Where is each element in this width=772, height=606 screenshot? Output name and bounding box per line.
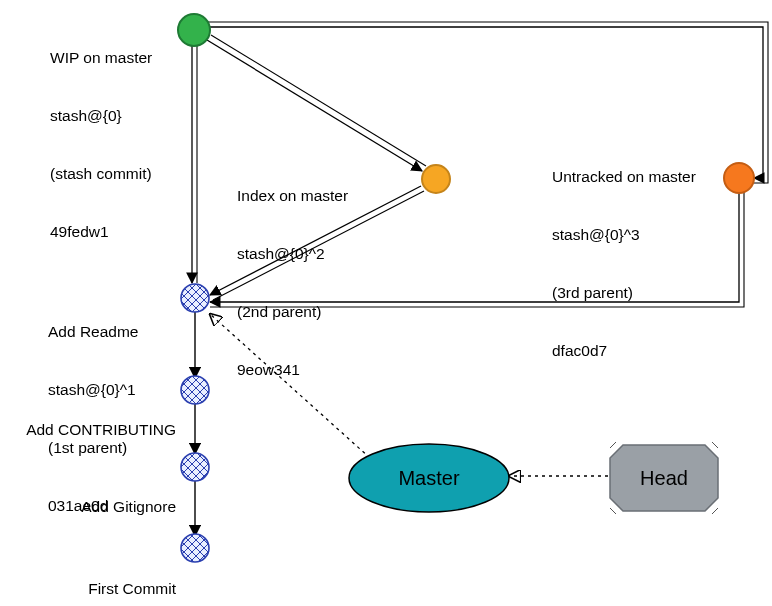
label-gitignore: Add Gitignore — [24, 458, 176, 536]
svg-line-12 — [610, 508, 616, 514]
label-wip: WIP on master stash@{0} (stash commit) 4… — [50, 9, 152, 261]
ref-master-label: Master — [398, 467, 459, 489]
label-contrib: Add CONTRIBUTING — [24, 381, 176, 459]
node-contrib — [181, 376, 209, 404]
node-wip — [178, 14, 210, 46]
label-untracked: Untracked on master stash@{0}^3 (3rd par… — [552, 128, 696, 380]
node-first — [181, 534, 209, 562]
edge-wip-to-readme — [192, 46, 197, 283]
svg-line-10 — [712, 442, 718, 448]
node-readme — [181, 284, 209, 312]
label-index: Index on master stash@{0}^2 (2nd parent)… — [237, 147, 348, 399]
svg-line-9 — [610, 442, 616, 448]
label-first: First Commit — [24, 540, 176, 606]
svg-line-11 — [712, 508, 718, 514]
node-untracked — [724, 163, 754, 193]
git-stash-diagram: Master Head WIP on master stash@{0} (sta… — [0, 0, 772, 606]
node-gitignore — [181, 453, 209, 481]
ref-head-label: Head — [640, 467, 688, 489]
node-index — [422, 165, 450, 193]
